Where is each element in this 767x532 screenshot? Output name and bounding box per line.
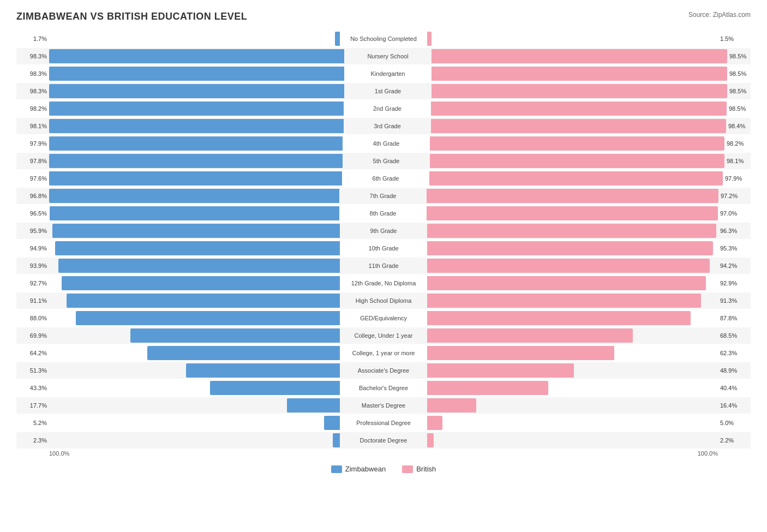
bar-label: 11th Grade xyxy=(340,262,427,269)
left-bar-container xyxy=(49,84,344,98)
bar-label: 2nd Grade xyxy=(344,105,431,112)
right-bar-container xyxy=(429,171,723,186)
left-bar-container xyxy=(49,206,339,220)
bar-label: 8th Grade xyxy=(339,210,427,217)
left-bar-container xyxy=(49,189,339,203)
left-bar-container xyxy=(49,276,340,290)
bar-british xyxy=(427,189,718,203)
bar-label: 9th Grade xyxy=(340,228,427,234)
left-bar-container xyxy=(49,294,340,308)
bar-zimbabwean xyxy=(52,224,340,238)
bar-label: Associate's Degree xyxy=(340,367,427,374)
left-value: 1.7% xyxy=(16,35,49,42)
right-bar-container xyxy=(427,206,718,220)
bar-british xyxy=(431,119,726,133)
bar-label: 6th Grade xyxy=(342,175,429,182)
bar-british xyxy=(430,154,724,168)
left-bar-container xyxy=(49,346,340,360)
left-value: 97.6% xyxy=(16,175,49,182)
left-value: 43.3% xyxy=(16,385,49,391)
left-bar-container xyxy=(49,416,340,430)
right-bar-container xyxy=(427,276,718,290)
bar-row: 93.9% 11th Grade 94.2% xyxy=(16,258,751,274)
bar-row: 51.3% Associate's Degree 48.9% xyxy=(16,362,751,379)
bar-zimbabwean xyxy=(49,189,339,203)
right-value: 98.5% xyxy=(727,88,760,94)
right-bar-container xyxy=(431,101,727,116)
legend-color-zimbabwean xyxy=(331,465,342,473)
right-value: 5.0% xyxy=(718,420,751,426)
right-value: 2.2% xyxy=(718,437,751,444)
bar-label: Master's Degree xyxy=(340,402,427,409)
chart-legend: Zimbabwean British xyxy=(16,465,751,473)
left-value: 94.9% xyxy=(16,245,49,252)
left-value: 98.3% xyxy=(16,88,49,94)
right-bar-container xyxy=(427,398,718,413)
bar-row: 98.3% Nursery School 98.5% xyxy=(16,48,751,64)
bar-zimbabwean xyxy=(287,398,340,413)
right-bar-container xyxy=(430,136,724,151)
bar-label: High School Diploma xyxy=(340,297,427,304)
right-bar-container xyxy=(427,433,718,447)
bar-row: 97.8% 5th Grade 98.1% xyxy=(16,153,751,169)
bar-british xyxy=(427,276,706,290)
left-value: 97.8% xyxy=(16,158,49,164)
bar-row: 92.7% 12th Grade, No Diploma 92.9% xyxy=(16,275,751,291)
bar-zimbabwean xyxy=(55,241,340,255)
left-bar-container xyxy=(49,119,344,133)
left-bar-container xyxy=(49,67,344,81)
left-value: 96.5% xyxy=(16,210,49,217)
right-value: 96.3% xyxy=(718,228,751,234)
bar-british xyxy=(427,346,614,360)
bar-row: 98.3% 1st Grade 98.5% xyxy=(16,83,751,99)
left-value: 88.0% xyxy=(16,315,49,321)
right-value: 62.3% xyxy=(718,350,751,356)
left-value: 51.3% xyxy=(16,367,49,374)
left-value: 97.9% xyxy=(16,140,49,147)
bar-british xyxy=(427,416,442,430)
bar-row: 2.3% Doctorate Degree 2.2% xyxy=(16,432,751,449)
bar-british xyxy=(427,381,548,395)
right-bar-container xyxy=(427,224,718,238)
bar-british xyxy=(427,294,701,308)
right-value: 98.4% xyxy=(726,123,759,129)
bar-label: 1st Grade xyxy=(344,88,432,94)
bar-zimbabwean xyxy=(210,381,340,395)
bar-label: 7th Grade xyxy=(339,193,427,199)
bottom-right-label: 100.0% xyxy=(698,450,718,457)
right-value: 98.5% xyxy=(727,53,760,59)
right-bar-container xyxy=(427,294,718,308)
legend-british: British xyxy=(402,465,436,473)
bar-label: College, 1 year or more xyxy=(340,350,427,356)
left-value: 69.9% xyxy=(16,332,49,339)
bar-row: 98.1% 3rd Grade 98.4% xyxy=(16,118,751,134)
bar-british xyxy=(427,398,476,413)
bar-british xyxy=(427,259,710,273)
left-bar-container xyxy=(49,49,344,63)
bar-row: 88.0% GED/Equivalency 87.8% xyxy=(16,310,751,326)
right-value: 1.5% xyxy=(718,35,751,42)
chart-title: ZIMBABWEAN VS BRITISH EDUCATION LEVEL xyxy=(16,11,751,22)
right-value: 91.3% xyxy=(718,297,751,304)
bar-zimbabwean xyxy=(335,32,340,46)
left-bar-container xyxy=(49,101,344,116)
right-bar-container xyxy=(427,259,718,273)
bar-label: College, Under 1 year xyxy=(340,332,427,339)
bar-zimbabwean xyxy=(49,119,344,133)
bar-british xyxy=(427,206,718,220)
right-value: 40.4% xyxy=(718,385,751,391)
bottom-left-label: 100.0% xyxy=(49,450,69,457)
right-value: 97.0% xyxy=(718,210,751,217)
right-value: 68.5% xyxy=(718,332,751,339)
left-bar-container xyxy=(49,32,340,46)
bar-label: 4th Grade xyxy=(343,140,430,147)
bar-british xyxy=(427,433,434,447)
right-bar-container xyxy=(427,32,718,46)
left-bar-container xyxy=(49,398,340,413)
bar-zimbabwean xyxy=(49,171,342,186)
right-bar-container xyxy=(432,49,727,63)
legend-zimbabwean: Zimbabwean xyxy=(331,465,386,473)
bar-row: 97.9% 4th Grade 98.2% xyxy=(16,135,751,152)
bar-row: 98.2% 2nd Grade 98.5% xyxy=(16,100,751,117)
bar-row: 43.3% Bachelor's Degree 40.4% xyxy=(16,380,751,396)
